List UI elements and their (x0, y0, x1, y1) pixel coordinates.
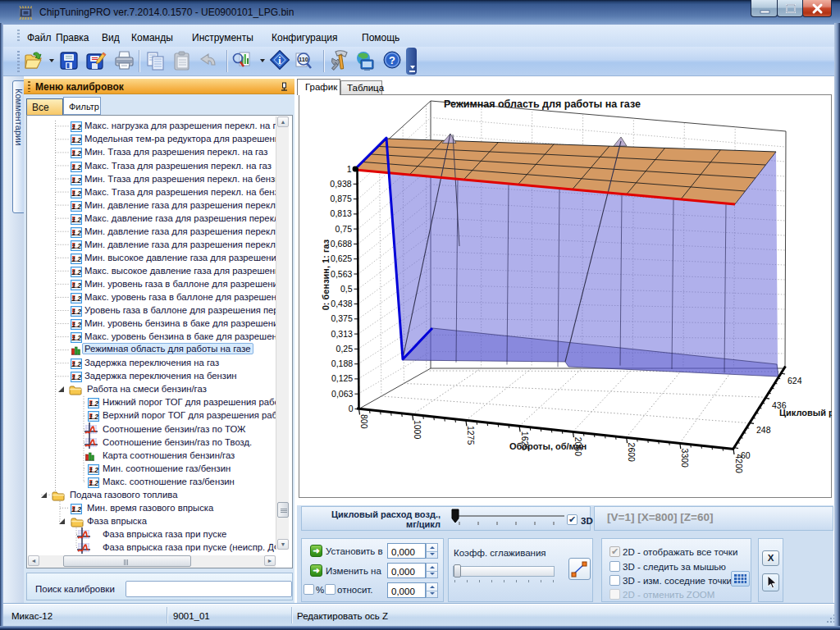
svg-text:1.2: 1.2 (71, 136, 81, 144)
svg-text:1.2: 1.2 (71, 334, 81, 342)
svg-text:0,875: 0,875 (331, 194, 352, 203)
svg-text:1.2: 1.2 (71, 255, 81, 263)
svg-text:1.2: 1.2 (71, 281, 81, 290)
svg-text:1.2: 1.2 (71, 505, 81, 514)
svg-text:3300: 3300 (680, 449, 690, 468)
svg-text:1.2: 1.2 (89, 479, 98, 487)
svg-text:1.2: 1.2 (71, 203, 81, 211)
svg-text:0,813: 0,813 (331, 208, 352, 218)
svg-text:0,938: 0,938 (330, 179, 351, 189)
svg-text:0,563: 0,563 (331, 269, 352, 279)
svg-text:0: 0 (349, 404, 354, 413)
svg-text:1.2: 1.2 (71, 360, 81, 368)
svg-text:1.2: 1.2 (71, 149, 81, 158)
svg-text:?: ? (389, 54, 395, 66)
svg-text:1.2: 1.2 (89, 466, 98, 474)
svg-text:248: 248 (756, 425, 771, 435)
svg-text:Режимная область для работы на: Режимная область для работы на газе (444, 98, 641, 110)
svg-text:1.2: 1.2 (71, 268, 81, 276)
svg-text:0,063: 0,063 (331, 389, 353, 399)
svg-text:0: бензин, 1: газ: 0: бензин, 1: газ (321, 239, 331, 310)
svg-text:Обороты, об/мин: Обороты, об/мин (509, 441, 587, 451)
svg-text:1.2: 1.2 (71, 294, 81, 303)
svg-text:624: 624 (788, 376, 802, 386)
svg-text:0,125: 0,125 (331, 373, 353, 383)
svg-text:1.2: 1.2 (71, 176, 81, 185)
svg-text:800: 800 (359, 414, 369, 429)
svg-text:1275: 1275 (466, 426, 476, 445)
svg-text:0,375: 0,375 (331, 313, 353, 323)
svg-text:0,188: 0,188 (331, 358, 353, 368)
svg-text:0,5: 0,5 (340, 284, 353, 294)
svg-text:0,313: 0,313 (331, 329, 353, 339)
svg-text:1.2: 1.2 (71, 216, 81, 224)
svg-text:1.2: 1.2 (71, 373, 81, 381)
svg-text:1.2: 1.2 (71, 123, 81, 131)
svg-text:2600: 2600 (627, 443, 637, 463)
svg-text:1.2: 1.2 (89, 413, 98, 421)
svg-text:1.2: 1.2 (89, 399, 98, 408)
svg-text:1.2: 1.2 (71, 163, 81, 171)
svg-text:Цикловый расход возд., мг/цикл: Цикловый расход возд., мг/цикл (779, 408, 832, 418)
svg-text:1.2: 1.2 (71, 189, 81, 198)
svg-text:110: 110 (299, 56, 308, 63)
svg-text:1000: 1000 (413, 420, 422, 440)
svg-text:0,438: 0,438 (331, 299, 352, 308)
svg-text:1: 1 (347, 164, 352, 174)
svg-text:0,25: 0,25 (336, 344, 354, 354)
svg-text:60: 60 (741, 450, 751, 460)
svg-text:0,688: 0,688 (331, 239, 352, 249)
svg-text:0,75: 0,75 (336, 224, 353, 234)
svg-text:1.2: 1.2 (71, 229, 81, 237)
svg-text:1.2: 1.2 (71, 321, 81, 329)
svg-text:0,625: 0,625 (331, 253, 352, 263)
svg-text:1.2: 1.2 (71, 242, 81, 250)
svg-text:1.2: 1.2 (71, 308, 81, 316)
